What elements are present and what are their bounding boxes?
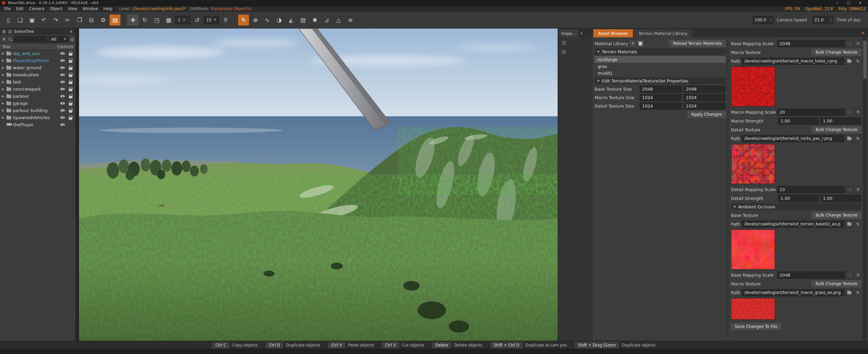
redo-icon[interactable]: ↷ [50, 15, 61, 25]
visibility-eye-icon[interactable] [60, 51, 65, 56]
scrollbar[interactable] [863, 38, 867, 340]
drop-player-icon[interactable]: ⚲ [220, 15, 231, 25]
strength-input-2[interactable]: 1.00 [821, 117, 861, 125]
tree-row[interactable]: thePlayer [0, 121, 76, 128]
rotate-snap-icon[interactable]: ↺ [192, 15, 202, 25]
decrement-button[interactable]: - [847, 272, 853, 279]
tab-inspector[interactable]: Inspe... [559, 30, 578, 37]
visibility-eye-icon[interactable] [60, 108, 65, 113]
increment-button[interactable]: + [855, 40, 861, 47]
close-button[interactable]: ✕ [854, 1, 866, 5]
scale-input[interactable]: 2048 [777, 272, 845, 279]
minimize-button[interactable]: ─ [831, 1, 843, 5]
lock-icon[interactable] [69, 51, 72, 56]
cut-icon[interactable]: ✂ [62, 15, 73, 25]
open-file-button[interactable] [846, 221, 853, 227]
lock-icon[interactable] [69, 73, 72, 77]
scale-input[interactable]: 20 [777, 109, 845, 116]
decrement-button[interactable]: - [847, 40, 853, 47]
increment-button[interactable]: + [855, 109, 861, 116]
expand-arrow-icon[interactable]: ▶ [2, 102, 6, 105]
tab-terrain-material-library[interactable]: Terrain Material Library [634, 29, 692, 37]
camera-speed-input[interactable]: 100.0 ▴▾ [753, 16, 774, 24]
filter-box-icon[interactable]: ⊞ [2, 37, 6, 41]
mountain-icon[interactable]: △ [333, 15, 344, 25]
world-editor-icon[interactable]: ▤ [110, 15, 120, 25]
menu-object[interactable]: Object [47, 6, 65, 11]
pop-out-icon[interactable]: ❐ [561, 40, 567, 46]
copy-icon[interactable]: ❐ [74, 15, 85, 25]
tree-row[interactable]: ▶concratepark [0, 86, 76, 93]
bulk-change-texture-button[interactable]: Bulk Change Texture [812, 280, 861, 287]
filter-dropdown[interactable]: All ▼ [49, 36, 69, 42]
pin-icon[interactable]: ◫ [561, 49, 567, 55]
search-input[interactable] [14, 36, 47, 42]
material-list-item[interactable]: mudd1 [595, 70, 726, 76]
snap-size-dropdown[interactable]: 1▼ [175, 16, 191, 24]
visibility-eye-icon[interactable] [60, 101, 65, 106]
strength-input-2[interactable]: 1.00 [821, 195, 861, 202]
texture-preview[interactable] [731, 229, 861, 269]
translate-icon[interactable]: ✚ [128, 15, 138, 25]
lock-icon[interactable] [69, 108, 72, 113]
tree-row[interactable]: ▶parkour [0, 93, 76, 100]
time-of-day-input[interactable]: 21.0 ▴▾ [812, 16, 833, 24]
expand-arrow-icon[interactable]: ▶ [2, 66, 6, 69]
visibility-eye-icon[interactable] [60, 58, 65, 63]
menu-window[interactable]: Window [80, 6, 100, 11]
visibility-eye-icon[interactable] [60, 73, 65, 77]
edit-icon-button[interactable]: ✎ [854, 221, 861, 227]
level-value[interactable]: [/levels/crawling/info.json]* [132, 6, 186, 11]
texture-size-input-2[interactable]: 1024 [683, 94, 726, 101]
expand-arrow-icon[interactable]: ▶ [2, 73, 6, 76]
panel-list-icon[interactable]: ◫ [8, 30, 12, 34]
add-material-button[interactable]: + [630, 40, 636, 46]
texture-size-input-1[interactable]: 2048 [640, 86, 682, 93]
layers-icon[interactable]: ▤ [297, 15, 308, 25]
tree-row[interactable]: ▶SpawnedVehicles [0, 114, 76, 121]
increment-button[interactable]: + [855, 186, 861, 193]
open-file-button[interactable] [846, 135, 853, 142]
menu-edit[interactable]: Edit [13, 6, 26, 11]
edit-icon-button[interactable]: ✎ [854, 135, 861, 142]
texture-preview[interactable] [731, 67, 861, 107]
scrollbar-thumb[interactable] [863, 41, 867, 79]
decrement-button[interactable]: - [847, 186, 853, 193]
expand-arrow-icon[interactable]: ▶ [2, 95, 6, 98]
tree-row[interactable]: ▶sky_and_sun [0, 50, 76, 57]
edit-icon-button[interactable]: ✎ [854, 289, 861, 296]
tree-row[interactable]: ▶test [0, 78, 76, 86]
texture-size-input-1[interactable]: 1024 [640, 103, 682, 110]
menu-view[interactable]: View [65, 6, 80, 11]
scale-input[interactable]: 10 [777, 186, 845, 193]
texture-preview[interactable] [731, 144, 861, 184]
texture-size-input-2[interactable]: 2048 [683, 86, 726, 93]
tree-row[interactable]: ▶parkour building [0, 107, 76, 114]
bulk-change-texture-button[interactable]: Bulk Change Texture [812, 49, 861, 56]
decrement-button[interactable]: - [847, 109, 853, 116]
expand-arrow-icon[interactable]: ▶ [2, 116, 6, 119]
delete-material-button[interactable] [637, 40, 643, 46]
panel-splitter[interactable] [76, 29, 79, 341]
open-file-button[interactable] [846, 58, 853, 64]
path-input[interactable]: /levels/crawling/art/terrain/t_rocks_pac… [742, 135, 844, 142]
add-circle-icon[interactable]: ⊕ [250, 15, 261, 25]
visibility-eye-icon[interactable] [60, 66, 65, 70]
mesh-road-icon[interactable]: ≋ [345, 15, 356, 25]
paste-icon[interactable]: ⊟ [86, 15, 97, 25]
raise-terrain-icon[interactable]: ◭ [286, 15, 296, 25]
path-input[interactable]: /levels/crawling/art/terrain/t_macro_gra… [742, 289, 844, 296]
slope-icon[interactable]: ⊿ [321, 15, 332, 25]
material-list-item[interactable]: gras [595, 63, 726, 70]
inspector-close-icon[interactable]: ✕ [578, 30, 584, 37]
dock-close-icon[interactable]: ✕ [858, 31, 868, 36]
lock-icon[interactable] [69, 87, 72, 91]
viewport-3d-scene[interactable] [79, 29, 558, 341]
new-file-icon[interactable]: ▯ [3, 15, 14, 25]
menu-camera[interactable]: Camera [26, 6, 47, 11]
lock-icon[interactable] [69, 101, 72, 106]
texture-size-input-1[interactable]: 1024 [640, 94, 682, 101]
scenetree-close-icon[interactable]: ✕ [68, 30, 74, 34]
visibility-eye-icon[interactable] [60, 123, 65, 127]
edit-textureset-header[interactable]: ▼ Edit TerrainMaterialTextureSet Propert… [595, 77, 726, 84]
